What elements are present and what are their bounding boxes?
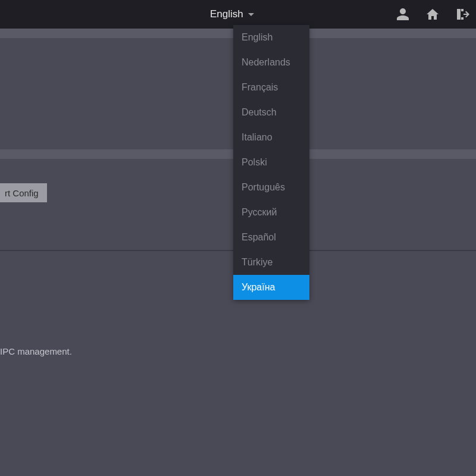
- language-option-deutsch[interactable]: Deutsch: [233, 100, 309, 125]
- caret-down-icon: [248, 13, 254, 16]
- import-config-label: rt Config: [5, 188, 39, 198]
- logout-icon[interactable]: [455, 7, 470, 22]
- language-option-turkiye[interactable]: Türkiye: [233, 250, 309, 275]
- language-option-francais[interactable]: Français: [233, 75, 309, 100]
- home-icon[interactable]: [425, 7, 440, 22]
- language-option-ukraine[interactable]: Україна: [233, 275, 309, 300]
- footer-text: IPC management.: [0, 346, 72, 356]
- language-option-english[interactable]: English: [233, 25, 309, 50]
- language-option-portugues[interactable]: Português: [233, 175, 309, 200]
- top-bar: English: [0, 0, 476, 29]
- language-selector[interactable]: English: [210, 0, 254, 29]
- topbar-icon-group: [395, 0, 470, 29]
- user-icon[interactable]: [395, 7, 411, 22]
- language-option-polski[interactable]: Polski: [233, 150, 309, 175]
- language-option-italiano[interactable]: Italiano: [233, 125, 309, 150]
- import-config-button[interactable]: rt Config: [0, 183, 47, 202]
- language-option-nederlands[interactable]: Nederlands: [233, 50, 309, 75]
- language-option-espanol[interactable]: Español: [233, 225, 309, 250]
- language-dropdown: English Nederlands Français Deutsch Ital…: [233, 25, 309, 300]
- language-current-label: English: [210, 8, 243, 20]
- language-option-russian[interactable]: Русский: [233, 200, 309, 225]
